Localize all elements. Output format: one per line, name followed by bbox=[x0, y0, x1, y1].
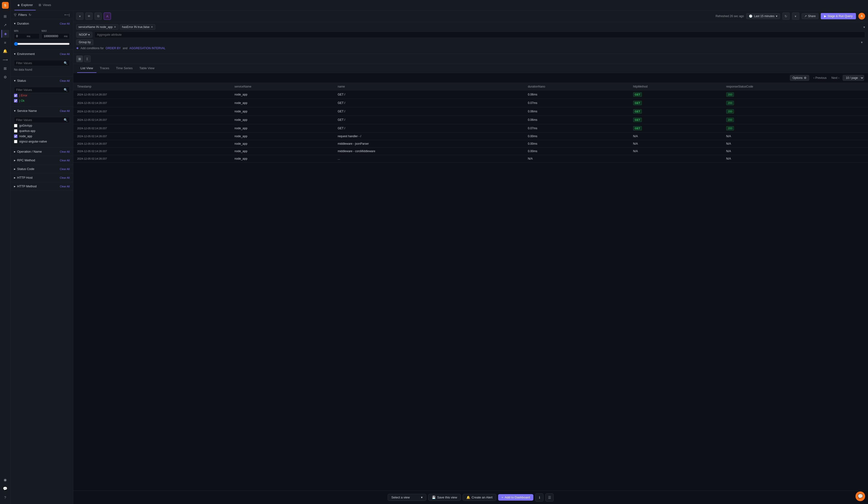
copy-btn[interactable]: ⧉ bbox=[94, 12, 102, 20]
eye-btn[interactable]: 👁 bbox=[85, 12, 93, 20]
env-search-input[interactable] bbox=[16, 61, 63, 65]
max-input[interactable] bbox=[44, 34, 63, 38]
order-by-link[interactable]: ORDER BY bbox=[106, 47, 121, 50]
aggregation-interval-link[interactable]: AGGREGATION INTERVAL bbox=[130, 47, 165, 50]
tab-traces[interactable]: Traces bbox=[96, 64, 113, 73]
error-tag-remove[interactable]: ✕ bbox=[151, 25, 153, 29]
http-host-section-header[interactable]: ▸ HTTP Host Clear All bbox=[11, 173, 73, 182]
next-btn[interactable]: Next › bbox=[830, 76, 841, 80]
group-by-row: Group by ▾ bbox=[76, 39, 865, 45]
table-row[interactable]: 2024-12-05 02:14:28.037 node_app GET / 0… bbox=[73, 116, 868, 124]
duration-clear-all[interactable]: Clear All bbox=[60, 22, 70, 25]
rpc-clear-all[interactable]: Clear All bbox=[60, 159, 70, 162]
stage-run-btn[interactable]: ▶ Stage & Run Query bbox=[821, 13, 856, 19]
status-ok-checkbox[interactable] bbox=[14, 99, 17, 103]
group-by-expander[interactable]: ▾ bbox=[861, 41, 863, 44]
aggregate-input[interactable] bbox=[94, 32, 865, 38]
filter-section-http-method: ▸ HTTP Method Clear All bbox=[11, 182, 73, 191]
service-tag-remove[interactable]: ✕ bbox=[114, 25, 116, 29]
time-selector[interactable]: 🕐 Last 15 minutes ▾ bbox=[746, 13, 780, 19]
service-signoz-checkbox[interactable] bbox=[14, 140, 17, 143]
service-goginapp-checkbox[interactable] bbox=[14, 124, 17, 127]
sidebar-icon-pipeline[interactable]: ⟿ bbox=[1, 56, 9, 64]
group-by-label[interactable]: Group by bbox=[76, 39, 93, 45]
alert-btn[interactable]: A bbox=[104, 12, 111, 20]
sidebar-icon-trace[interactable]: ◈ bbox=[1, 30, 9, 38]
status-error-checkbox[interactable] bbox=[14, 94, 17, 97]
rpc-section-header[interactable]: ▸ RPC Method Clear All bbox=[11, 156, 73, 164]
top-nav: ◈ Explorer ⊞ Views bbox=[11, 0, 868, 11]
http-method-clear-all[interactable]: Clear All bbox=[60, 185, 70, 188]
status-code-clear-all[interactable]: Clear All bbox=[60, 167, 70, 171]
prev-btn[interactable]: ‹ Previous bbox=[812, 76, 828, 80]
status-na: N/A bbox=[726, 142, 731, 145]
sidebar-icon-help[interactable]: ? bbox=[1, 493, 9, 501]
save-view-btn[interactable]: 💾 Save this view bbox=[428, 494, 461, 501]
sigma-view-ctrl-btn[interactable]: Σ bbox=[84, 55, 91, 62]
chat-bubble-btn[interactable]: 💬 bbox=[856, 492, 865, 501]
cell-service: node_app bbox=[230, 90, 334, 99]
service-nodeapp-checkbox[interactable] bbox=[14, 135, 17, 138]
table-scroll[interactable]: Timestamp serviceName name durationNano … bbox=[73, 83, 868, 491]
table-row[interactable]: 2024-12-05 02:14:28.037 node_app request… bbox=[73, 133, 868, 140]
operation-section-header[interactable]: ▸ Operation / Name Clear All bbox=[11, 147, 73, 156]
info-btn[interactable]: ℹ bbox=[535, 493, 544, 502]
http-method-section-header[interactable]: ▸ HTTP Method Clear All bbox=[11, 182, 73, 191]
table-row[interactable]: 2024-12-05 02:14:28.037 node_app GET / 0… bbox=[73, 107, 868, 116]
collapse-sidebar-icon[interactable]: ⟵| bbox=[64, 13, 70, 17]
status-section-header[interactable]: ▾ Status Clear All bbox=[11, 76, 73, 85]
service-clear-all[interactable]: Clear All bbox=[60, 110, 70, 112]
service-quarkus-checkbox[interactable] bbox=[14, 129, 17, 133]
user-avatar[interactable]: A bbox=[858, 13, 865, 20]
table-row[interactable]: 2024-12-05 02:14:28.037 node_app middlew… bbox=[73, 140, 868, 147]
tab-explorer[interactable]: ◈ Explorer bbox=[14, 0, 36, 10]
refresh-btn[interactable]: ↻ bbox=[783, 12, 789, 20]
env-clear-all[interactable]: Clear All bbox=[60, 53, 70, 55]
status-code-section-header[interactable]: ▸ Status Code Clear All bbox=[11, 165, 73, 173]
env-search-icon: 🔍 bbox=[64, 61, 68, 65]
status-search-input[interactable] bbox=[16, 88, 63, 92]
per-page-select[interactable]: 10 / page 20 / page 50 / page bbox=[843, 75, 864, 81]
environment-section-header[interactable]: ▾ Environment Clear All bbox=[11, 50, 73, 58]
sidebar-icon-settings[interactable]: ⚙ bbox=[1, 73, 9, 81]
table-row[interactable]: 2024-12-05 02:14:28.037 node_app middlew… bbox=[73, 147, 868, 155]
http-host-clear-all[interactable]: Clear All bbox=[60, 176, 70, 179]
status-clear-all[interactable]: Clear All bbox=[60, 79, 70, 82]
sidebar-icon-query[interactable]: ⊠ bbox=[1, 65, 9, 72]
filter-tags-chevron[interactable]: ▾ bbox=[864, 25, 865, 29]
table-view-ctrl-btn[interactable]: ⊞ bbox=[76, 55, 83, 62]
add-conditions-plus-icon[interactable]: ✚ bbox=[76, 47, 79, 50]
app-logo[interactable]: S bbox=[2, 2, 9, 9]
refresh-dropdown-btn[interactable]: ▾ bbox=[792, 12, 799, 20]
share-btn[interactable]: ↗ Share bbox=[802, 13, 818, 19]
create-alert-btn[interactable]: 🔔 Create an Alert bbox=[463, 494, 496, 501]
sidebar-icon-dashboard[interactable]: ⊞ bbox=[1, 12, 9, 20]
tab-list-view[interactable]: List View bbox=[77, 64, 96, 73]
app-sidebar: S ⊞ ↗ ◈ ≡ 🔔 ⟿ ⊠ ⚙ ◉ 💬 ? bbox=[0, 0, 11, 504]
table-row[interactable]: 2024-12-05 02:14:28.037 node_app GET / 0… bbox=[73, 99, 868, 107]
duration-slider[interactable] bbox=[14, 42, 70, 46]
options-btn[interactable]: Options ⚙ bbox=[790, 75, 809, 81]
noop-select[interactable]: NOOP ▾ bbox=[76, 32, 92, 38]
min-input[interactable] bbox=[16, 34, 26, 38]
sidebar-icon-alert[interactable]: 🔔 bbox=[1, 47, 9, 55]
service-section-header[interactable]: ▾ Service Name Clear All bbox=[11, 106, 73, 115]
select-view-dropdown[interactable]: Select a view ▾ bbox=[388, 494, 426, 501]
table-row[interactable]: 2024-12-05 02:14:28.037 node_app GET / 0… bbox=[73, 90, 868, 99]
table-row[interactable]: 2024-12-05 02:14:28.037 node_app ... N/A… bbox=[73, 155, 868, 163]
table-row[interactable]: 2024-12-05 02:14:28.037 node_app GET / 0… bbox=[73, 124, 868, 133]
add-dashboard-btn[interactable]: + Add to Dashboard bbox=[498, 494, 533, 501]
dropdown-btn[interactable]: ▾ bbox=[76, 12, 83, 20]
service-search-input[interactable] bbox=[16, 119, 63, 122]
sidebar-icon-chat[interactable]: 💬 bbox=[1, 485, 9, 492]
operation-clear-all[interactable]: Clear All bbox=[60, 150, 70, 153]
sidebar-icon-chart[interactable]: ↗ bbox=[1, 21, 9, 29]
list-btn[interactable]: ☰ bbox=[545, 493, 554, 502]
refresh-icon[interactable]: ↻ bbox=[29, 13, 31, 17]
tab-time-series[interactable]: Time Series bbox=[113, 64, 136, 73]
sidebar-icon-log[interactable]: ≡ bbox=[1, 39, 9, 46]
tab-views[interactable]: ⊞ Views bbox=[36, 0, 54, 10]
tab-table-view[interactable]: Table View bbox=[136, 64, 158, 73]
duration-section-header[interactable]: ▾ Duration Clear All bbox=[11, 19, 73, 28]
sidebar-icon-community[interactable]: ◉ bbox=[1, 476, 9, 484]
